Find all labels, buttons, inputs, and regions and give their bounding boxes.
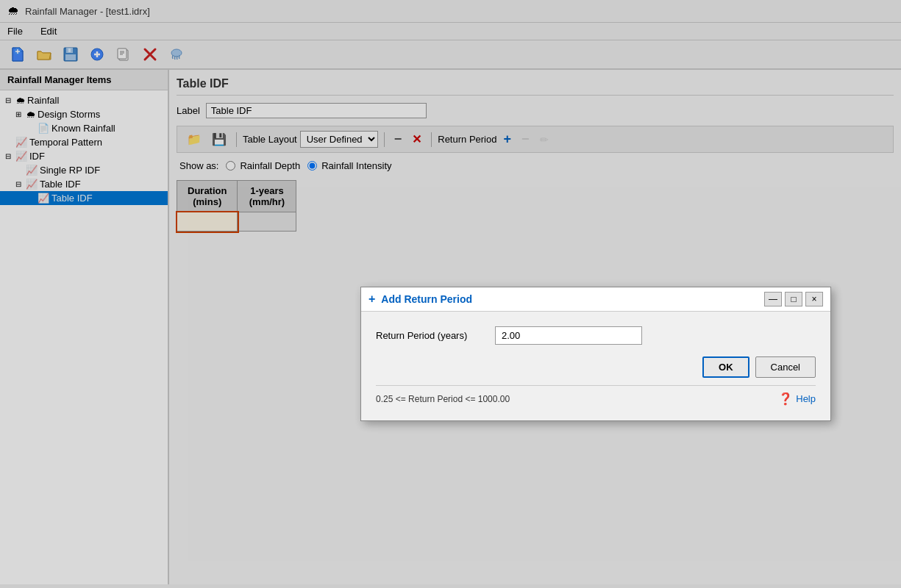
dialog-titlebar: + Add Return Period — □ × [361, 287, 830, 312]
dialog-field-label: Return Period (years) [376, 330, 486, 341]
maximize-icon: □ [791, 294, 796, 304]
dialog-title: + Add Return Period [368, 293, 472, 306]
dialog-constraint-text: 0.25 <= Return Period <= 1000.00 [376, 394, 510, 404]
dialog-minimize-button[interactable]: — [764, 292, 782, 306]
dialog-title-text: Add Return Period [381, 293, 472, 305]
dialog-buttons: OK Cancel [376, 356, 816, 378]
dialog-body: Return Period (years) OK Cancel 0.25 <= … [361, 312, 830, 420]
dialog-title-plus-icon: + [368, 293, 375, 306]
dialog-controls: — □ × [764, 292, 823, 306]
help-icon: ❓ [778, 392, 793, 406]
dialog-overlay: + Add Return Period — □ × Return Period … [0, 0, 901, 588]
dialog-help-button[interactable]: ❓ Help [778, 392, 816, 406]
dialog-footer: 0.25 <= Return Period <= 1000.00 ❓ Help [376, 385, 816, 409]
dialog-return-period-input[interactable] [495, 326, 642, 345]
dialog-help-text: Help [796, 393, 816, 404]
dialog-maximize-button[interactable]: □ [785, 292, 802, 306]
close-icon: × [811, 294, 816, 304]
dialog-close-button[interactable]: × [805, 292, 823, 306]
dialog-ok-button[interactable]: OK [702, 356, 749, 378]
minimize-icon: — [769, 294, 777, 304]
dialog-field-row: Return Period (years) [376, 326, 816, 345]
add-return-period-dialog: + Add Return Period — □ × Return Period … [360, 287, 831, 421]
dialog-cancel-button[interactable]: Cancel [755, 356, 816, 378]
